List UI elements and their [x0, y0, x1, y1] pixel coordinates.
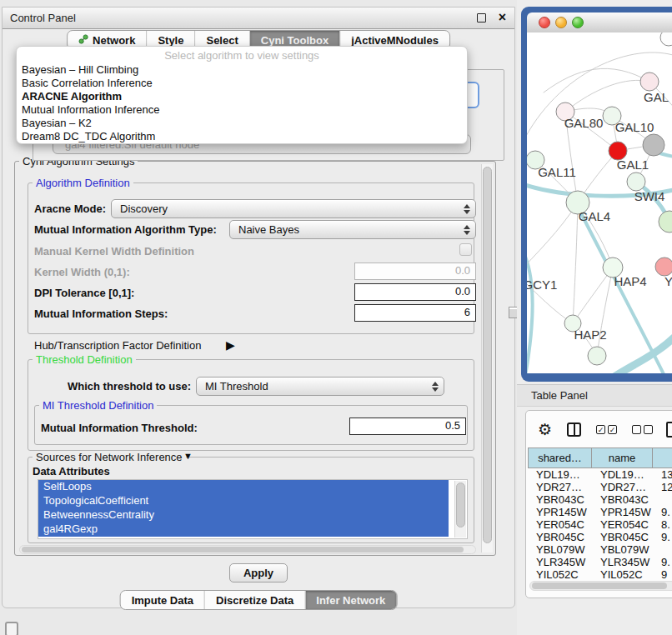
attributes-scrollbar[interactable]	[454, 481, 466, 538]
tab-discretize-data[interactable]: Discretize Data	[205, 591, 305, 609]
network-view-window: GALGAL80GAL10GAL1GAL11SWI4GAL4HAP4YGCY1H…	[521, 7, 672, 382]
scrollbar-thumb[interactable]	[532, 582, 667, 589]
control-panel-window: Control Panel × NetworkStyleSelectCyni T…	[2, 7, 515, 608]
tab-label: Cyni Toolbox	[261, 34, 328, 47]
algorithm-list: Bayesian – Hill ClimbingBasic Correlatio…	[17, 63, 467, 143]
split-columns-icon[interactable]	[567, 422, 581, 437]
mi-steps-label: Mutual Information Steps:	[34, 308, 168, 320]
sources-title[interactable]: Sources for Network Inference	[33, 451, 186, 463]
table-horizontal-scrollbar[interactable]	[529, 581, 672, 591]
table-cell: YDL19…	[528, 468, 592, 481]
network-node-swi4[interactable]	[627, 172, 645, 191]
table-cell: YDR27…	[592, 481, 653, 493]
scrollbar-thumb[interactable]	[22, 547, 464, 552]
table-row[interactable]: YIL052CYIL052C9	[528, 568, 672, 581]
table-cell: YBL079W	[592, 543, 653, 556]
scrollbar-thumb[interactable]	[483, 167, 492, 543]
apply-button[interactable]: Apply	[229, 563, 288, 582]
attribute-item-topologicalcoefficient[interactable]: TopologicalCoefficient	[38, 494, 449, 508]
close-icon[interactable]: ×	[499, 8, 506, 28]
network-node-gal[interactable]	[640, 72, 659, 91]
minimized-panel-icon[interactable]	[5, 622, 18, 635]
algorithm-item-aracne-algorithm[interactable]: ARACNE Algorithm	[17, 90, 467, 103]
column-header-shared[interactable]: shared…	[528, 448, 592, 468]
scrollbar-thumb[interactable]	[456, 482, 465, 528]
table-cell: YIL052C	[592, 568, 653, 581]
network-node[interactable]	[659, 211, 672, 232]
network-edge	[573, 202, 578, 323]
algorithm-item-bayesian-hill-climbing[interactable]: Bayesian – Hill Climbing	[17, 63, 467, 77]
network-edge	[565, 80, 649, 112]
network-node-y[interactable]	[655, 258, 672, 276]
table-row[interactable]: YBR045CYBR045C9.	[528, 531, 672, 543]
settings-vertical-scrollbar[interactable]	[481, 164, 493, 552]
table-body: YDL19…YDL19…13YDR27…YDR27…12YBR043CYBR04…	[528, 468, 672, 581]
dpi-tolerance-field[interactable]: 0.0	[354, 283, 476, 301]
column-header-a[interactable]: A	[653, 448, 672, 468]
table-row[interactable]: YBL079WYBL079W	[528, 543, 672, 556]
mi-type-label: Mutual Information Algorithm Type:	[34, 223, 217, 236]
zoom-traffic-light[interactable]	[572, 17, 584, 28]
tab-label: Network	[93, 34, 135, 47]
expand-right-icon[interactable]: ▶	[226, 338, 235, 352]
tab-label: Infer Network	[316, 594, 385, 607]
algorithm-item-bayesian-k2[interactable]: Bayesian – K2	[17, 117, 467, 130]
gear-icon[interactable]: ⚙	[538, 422, 552, 438]
algorithm-select-popup: Select algorithm to view settings Bayesi…	[16, 46, 468, 144]
column-header-name[interactable]: name	[592, 448, 653, 468]
table-cell: YPR145W	[528, 506, 592, 518]
mi-threshold-title: MI Threshold Definition	[39, 399, 157, 412]
algorithm-item-dream8-dc-tdc-algorithm[interactable]: Dream8 DC_TDC Algorithm	[17, 130, 467, 143]
which-threshold-select[interactable]: MI Threshold	[196, 377, 444, 396]
network-icon	[78, 34, 88, 47]
table-row[interactable]: YDL19…YDL19…13	[528, 468, 672, 481]
settings-horizontal-scrollbar[interactable]	[19, 545, 476, 554]
float-window-icon[interactable]	[477, 13, 486, 22]
network-node[interactable]	[660, 32, 672, 46]
data-attributes-list: SelfLoopsTopologicalCoefficientBetweenne…	[38, 479, 468, 539]
table-cell: YDL19…	[592, 468, 653, 481]
algorithm-item-basic-correlation-inference[interactable]: Basic Correlation Inference	[17, 77, 467, 90]
close-traffic-light[interactable]	[539, 17, 550, 28]
minimize-traffic-light[interactable]	[555, 17, 567, 28]
collapse-down-icon[interactable]: ▼	[183, 451, 193, 461]
combo-stepper-icon	[463, 203, 469, 215]
table-cell: YBR043C	[592, 493, 653, 506]
kernel-width-field[interactable]: 0.0	[354, 262, 476, 280]
window-title: Control Panel	[10, 8, 76, 28]
hub-definition-label[interactable]: Hub/Transcription Factor Definition	[34, 339, 201, 352]
aracne-mode-select[interactable]: Discovery	[111, 199, 476, 218]
algorithm-item-mutual-information-inference[interactable]: Mutual Information Inference	[17, 103, 467, 117]
table-row[interactable]: YPR145WYPR145W9.	[528, 506, 672, 518]
tab-label: jActiveMNodules	[351, 34, 439, 47]
network-node[interactable]	[588, 347, 606, 365]
table-cell: 9.	[653, 531, 672, 543]
mi-threshold-field[interactable]: 0.5	[349, 418, 466, 435]
network-node[interactable]	[643, 134, 664, 156]
attribute-item-gal4rgexp[interactable]: gal4RGexp	[38, 522, 449, 537]
document-icon[interactable]	[666, 422, 672, 438]
unchecked-box-icon	[632, 425, 641, 434]
mi-steps-field[interactable]: 6	[354, 304, 476, 322]
table-row[interactable]: YER054CYER054C8.	[528, 518, 672, 531]
popup-placeholder: Select algorithm to view settings	[17, 49, 467, 63]
attribute-item-selfloops[interactable]: SelfLoops	[38, 480, 449, 494]
dpi-tolerance-label: DPI Tolerance [0,1]:	[34, 287, 134, 299]
table-row[interactable]: YDR27…YDR27…12	[528, 481, 672, 493]
table-cell: YLR345W	[528, 556, 592, 568]
attribute-item-betweennesscentrality[interactable]: BetweennessCentrality	[38, 508, 449, 522]
deselect-all-checks-icon[interactable]	[632, 425, 653, 434]
table-cell: YER054C	[528, 518, 592, 531]
mi-type-select[interactable]: Naive Bayes	[229, 220, 476, 239]
data-attributes-label: Data Attributes	[33, 465, 110, 478]
select-all-checks-icon[interactable]: ✓ ✓	[596, 425, 617, 434]
app-root: Control Panel × NetworkStyleSelectCyni T…	[0, 0, 672, 635]
combo-stepper-icon	[431, 381, 438, 392]
tab-infer-network[interactable]: Infer Network	[305, 591, 396, 609]
network-canvas[interactable]: GALGAL80GAL10GAL1GAL11SWI4GAL4HAP4YGCY1H…	[527, 32, 672, 373]
node-label: GAL4	[579, 209, 610, 223]
tab-impute-data[interactable]: Impute Data	[121, 591, 205, 609]
table-row[interactable]: YBR043CYBR043C	[528, 493, 672, 506]
manual-kernel-checkbox[interactable]	[459, 243, 472, 256]
table-row[interactable]: YLR345WYLR345W9.	[528, 556, 672, 568]
